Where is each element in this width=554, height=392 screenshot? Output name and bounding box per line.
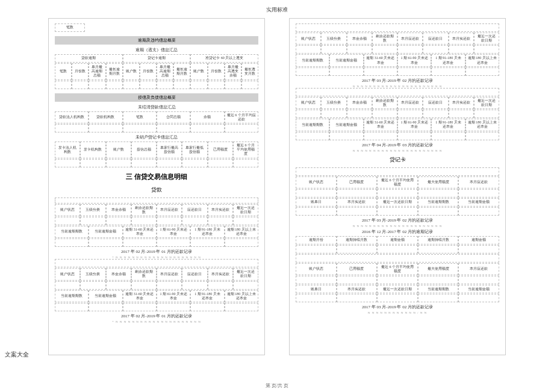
cell (431, 67, 465, 76)
cell: 账户状态 (296, 176, 337, 188)
n-row: N N N N N N N N N N N N N N N N N N N N … (296, 149, 499, 152)
cell: 本金余额 (106, 204, 131, 216)
cell: 本月应还款 (397, 33, 423, 45)
cell: 单月最高逾期总额 (89, 63, 105, 80)
cell (89, 303, 122, 311)
cell (458, 245, 499, 254)
cell (337, 245, 378, 254)
cell (418, 276, 459, 284)
cell: 1 期 91-180 天未还本金 (190, 290, 224, 302)
cell: 账户状态 (296, 33, 321, 45)
cell: 逾期 180 天以上未还本金 (465, 54, 499, 66)
cell: 本月实还款 (208, 204, 233, 216)
cell: 本金余额 (347, 97, 372, 109)
cell: 账单日 (296, 198, 337, 207)
cell (337, 189, 378, 198)
cell: 剩余还款期数 (131, 268, 157, 280)
cell (55, 124, 89, 132)
cell: 贷款逾期 (55, 54, 123, 63)
cell (225, 303, 258, 311)
cell (418, 207, 459, 216)
cell (347, 110, 372, 118)
record-label: 2017 年 03 月-2019 年 02 月的还款记录 (296, 303, 499, 311)
cell (377, 245, 418, 254)
cell (377, 276, 418, 284)
cell: 账户数 (190, 63, 207, 80)
cell (329, 132, 363, 140)
cell: 当前逾期金额 (329, 54, 363, 66)
cell: 五级分类 (80, 268, 105, 280)
cell (296, 45, 321, 54)
cell (377, 189, 418, 198)
record-label: 2017 年 02 月-2019 年 01 月的还款记录 (55, 312, 258, 320)
cell: 最近 6 个月平均使用额度 (377, 176, 418, 188)
cell (72, 81, 89, 89)
cell: 本月应还款 (397, 97, 423, 109)
cell (296, 189, 337, 198)
cell: 逾期 31-60 天未还本金 (364, 54, 397, 66)
cell: 单家行最低授信额 (182, 142, 207, 158)
cell: 当前逾期金额 (458, 285, 499, 293)
cell: 当前逾期期数 (296, 54, 329, 66)
cell (55, 198, 258, 204)
cell: 最近 6 个月平均使用额度 (377, 263, 418, 275)
cell (296, 276, 337, 284)
cell: 月份数 (140, 63, 157, 80)
cell (329, 67, 363, 76)
record-label: 2017 年 02 月-2019 年 01 月的还款记录 (55, 247, 258, 256)
cell (465, 67, 499, 76)
cell: 账户数 (106, 142, 131, 158)
cell: 本月实还款 (337, 198, 378, 207)
cell: 本月实还款 (449, 97, 474, 109)
cell: 1 期 61-90 天未还本金 (397, 119, 431, 131)
cell: 月份数 (72, 63, 89, 80)
cell (431, 132, 465, 140)
cell: 逾期月份 (296, 236, 337, 244)
cell (157, 238, 190, 247)
cell: 授信总额 (131, 142, 157, 158)
cell: 本月实还款 (337, 285, 378, 293)
cell (474, 110, 499, 118)
cell: 逾期 180 天以上未还本金 (225, 226, 258, 238)
cell (80, 159, 105, 167)
cell: 当前逾期金额 (458, 198, 499, 207)
cell (296, 245, 337, 254)
cell: 发卡机构数 (80, 142, 105, 158)
cell (208, 159, 233, 167)
cell (106, 159, 131, 167)
cell: 1 期 91-180 天未还本金 (190, 226, 224, 238)
cell (321, 110, 346, 118)
doc-footer: 文案大全 (5, 350, 29, 359)
cell: 已用额度 (337, 263, 378, 275)
cell: 账户状态 (55, 204, 80, 216)
cell (157, 303, 190, 311)
cell: 本月实还款 (208, 268, 233, 280)
cell: 贷款机构数 (89, 111, 122, 123)
cell (55, 159, 80, 167)
cell (449, 110, 474, 118)
cell (337, 294, 378, 302)
cell: 1 期 91-180 天未还本金 (431, 54, 465, 66)
cell: 单月最高透支余额 (225, 63, 241, 80)
cell (296, 207, 337, 216)
cell (190, 124, 224, 132)
record-label: 2016 年 12 月-2017 年 02 月的逾期记录 (296, 228, 499, 236)
cell (157, 159, 182, 167)
cell: 最近 6 个月平均使用额度 (233, 142, 258, 158)
cell (208, 281, 233, 290)
cell: 已用额度 (208, 142, 233, 158)
cell: 最近一次还款日期 (233, 268, 258, 280)
cell (458, 276, 499, 284)
cell: 应还款日 (182, 204, 207, 216)
cell (140, 81, 157, 89)
cell: 本月应还款 (157, 204, 182, 216)
cell (397, 67, 431, 76)
cell (225, 124, 258, 132)
cell (372, 45, 397, 54)
band: 授信及负债信息概要 (55, 93, 258, 102)
cell (296, 254, 499, 263)
cell (347, 45, 372, 54)
cell (55, 259, 258, 267)
cell: 五级分类 (321, 33, 346, 45)
cell: 准贷记卡 60 天以上透支 (190, 54, 258, 63)
